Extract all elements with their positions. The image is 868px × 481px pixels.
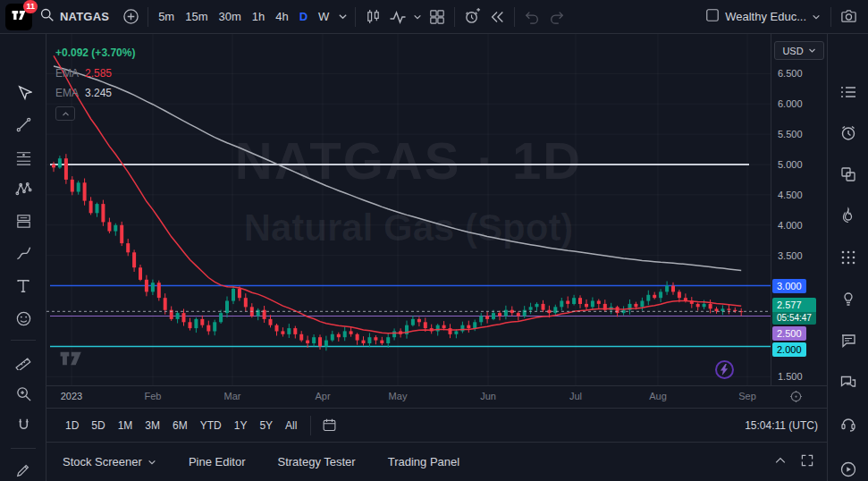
tab-strategy-tester[interactable]: Strategy Tester: [277, 455, 355, 468]
timeframe-1h[interactable]: 1h: [247, 6, 270, 28]
trend-line-tool-icon[interactable]: [11, 112, 36, 137]
range-1y[interactable]: 1Y: [228, 416, 254, 435]
emoji-tool-icon[interactable]: [11, 306, 36, 331]
xabcd-pattern-tool-icon[interactable]: [11, 176, 36, 201]
bar-replay-icon[interactable]: [485, 4, 510, 30]
chevron-up-icon: [62, 110, 70, 118]
tradingview-logo-button[interactable]: 11: [5, 4, 32, 30]
indicator-row[interactable]: EMA 3.245: [55, 87, 135, 99]
symbol-search[interactable]: NATGAS: [32, 4, 118, 30]
currency-label: USD: [782, 46, 803, 56]
indicator-row[interactable]: EMA 2.585: [55, 67, 135, 80]
tab-label: Pine Editor: [189, 455, 246, 468]
panel-maximize-icon[interactable]: [800, 453, 814, 471]
brush-tool-icon[interactable]: [11, 240, 36, 266]
session-clock[interactable]: 15:04:11 (UTC): [745, 419, 818, 432]
alerts-icon[interactable]: [835, 120, 862, 147]
create-alert-icon[interactable]: [459, 4, 485, 30]
timeframe-30m[interactable]: 30m: [213, 6, 246, 28]
position-projection-tool-icon[interactable]: [11, 208, 36, 233]
time-label: Mar: [215, 391, 250, 401]
indicators-icon[interactable]: [385, 4, 410, 30]
indicators-chevron-icon[interactable]: [410, 4, 425, 30]
timeframe-4h[interactable]: 4h: [270, 6, 293, 28]
toolbar-separator: [11, 340, 36, 341]
range-6m[interactable]: 6M: [166, 416, 194, 435]
public-chats-icon[interactable]: [835, 369, 862, 396]
streams-icon[interactable]: [835, 456, 862, 481]
price-tick: 6.500: [778, 67, 803, 80]
hotlists-icon[interactable]: [835, 202, 862, 229]
legend-collapse-button[interactable]: [55, 106, 75, 121]
economic-calendar-icon[interactable]: [835, 244, 862, 271]
range-5d[interactable]: 5D: [85, 416, 111, 435]
edit-pencil-icon[interactable]: [11, 458, 36, 481]
layout-name-label: Wealthy Educ...: [725, 10, 806, 23]
text-tool-icon[interactable]: [11, 274, 36, 299]
magnet-tool-icon[interactable]: [11, 412, 36, 437]
camera-snapshot-icon[interactable]: [836, 4, 861, 30]
range-3m[interactable]: 3M: [139, 416, 166, 435]
tab-trading-panel[interactable]: Trading Panel: [388, 455, 459, 468]
undo-icon[interactable]: [519, 4, 544, 30]
chart-canvas[interactable]: [46, 34, 771, 385]
price-tick: 6.000: [778, 97, 803, 110]
toolbar-separator: [355, 7, 356, 27]
chart-area[interactable]: NATGAS · 1D Natural Gas (Spot) +0.092 (+…: [46, 34, 771, 385]
cursor-tool-icon[interactable]: [11, 80, 36, 105]
toolbar-separator: [310, 416, 311, 435]
range-ytd[interactable]: YTD: [194, 416, 228, 435]
object-tree-icon[interactable]: [835, 161, 862, 188]
timeframe-15m[interactable]: 15m: [180, 6, 213, 28]
timeframe-menu-chevron-icon[interactable]: [334, 4, 350, 30]
tabs-list: Stock ScreenerPine EditorStrategy Tester…: [63, 455, 459, 468]
range-toolbar: 1D5D1M3M6MYTD1Y5YAll 15:04:11 (UTC): [46, 408, 827, 442]
range-all[interactable]: All: [279, 416, 303, 435]
price-tick: 1.500: [778, 370, 803, 383]
add-symbol-icon[interactable]: [118, 4, 143, 30]
chevron-down-icon: [147, 458, 156, 467]
toolbar-separator: [147, 7, 148, 27]
ruler-tool-icon[interactable]: [11, 349, 36, 374]
tab-stock-screener[interactable]: Stock Screener: [63, 455, 156, 468]
range-1d[interactable]: 1D: [59, 416, 85, 435]
panel-open-chevron-icon[interactable]: [773, 453, 788, 471]
toolbar-separator: [514, 7, 515, 27]
redo-icon[interactable]: [544, 4, 569, 30]
layout-name-button[interactable]: Wealthy Educ...: [700, 4, 826, 30]
timeframe-5m[interactable]: 5m: [153, 6, 180, 28]
ideas-lightbulb-icon[interactable]: [835, 285, 862, 312]
timeframe-D[interactable]: D: [294, 6, 313, 28]
tab-label: Trading Panel: [388, 455, 459, 468]
range-1m[interactable]: 1M: [112, 416, 139, 435]
price-tick: 4.500: [778, 189, 803, 201]
price-badge: 3.000: [772, 279, 806, 293]
range-5y[interactable]: 5Y: [253, 416, 279, 435]
currency-select[interactable]: USD: [774, 41, 824, 60]
watchlist-icon[interactable]: [835, 79, 862, 105]
panel-controls: [773, 453, 814, 471]
timeframe-W[interactable]: W: [313, 6, 334, 28]
help-headset-icon[interactable]: [835, 410, 862, 437]
go-to-date-icon[interactable]: [318, 415, 340, 436]
chat-icon[interactable]: [835, 327, 862, 354]
chart-type-candles-icon[interactable]: [360, 4, 385, 30]
fib-retracement-tool-icon[interactable]: [11, 145, 36, 170]
tab-pine-editor[interactable]: Pine Editor: [189, 455, 246, 468]
multichart-layout-icon[interactable]: [425, 4, 450, 30]
zoom-tool-icon[interactable]: [11, 381, 36, 406]
price-axis[interactable]: USD 6.5006.0005.5005.0004.5004.0003.5001…: [771, 34, 827, 385]
tradingview-app: 11 NATGAS 5m15m30m1h4hDW: [0, 0, 868, 481]
time-axis[interactable]: 2023FebMarAprMayJunJulAugSep: [46, 385, 827, 408]
price-change-text: +0.092 (+3.70%): [55, 46, 135, 59]
instant-trading-icon[interactable]: [715, 360, 734, 379]
price-tick: 3.500: [778, 249, 803, 262]
drawing-toolbar: [0, 34, 46, 481]
toolbar-separator: [830, 7, 831, 27]
indicator-value: 3.245: [85, 87, 112, 99]
indicator-label: EMA: [55, 87, 79, 99]
time-settings-icon[interactable]: [789, 390, 803, 405]
bar-countdown: 05:54:47: [772, 312, 816, 325]
toolbar-separator: [11, 448, 36, 449]
search-icon: [39, 7, 55, 26]
